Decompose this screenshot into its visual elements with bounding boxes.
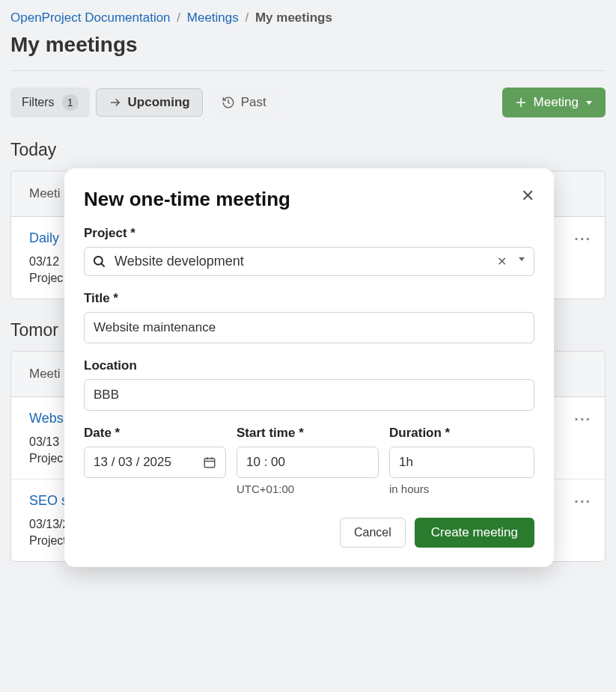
close-icon[interactable]: ✕ (521, 188, 534, 204)
arrow-right-icon (109, 96, 122, 109)
history-icon (222, 96, 235, 109)
project-select[interactable]: Website development ✕ (84, 247, 534, 276)
svg-point-4 (94, 256, 103, 264)
section-title-today: Today (10, 140, 606, 160)
upcoming-label: Upcoming (128, 95, 190, 110)
page-title: My meetings (10, 33, 606, 57)
dialog-title: New one-time meeting (84, 188, 290, 211)
caret-down-icon (585, 98, 594, 107)
project-value: Website development (115, 254, 490, 269)
title-field-label: Title * (84, 291, 534, 306)
svg-rect-7 (204, 459, 215, 468)
upcoming-tab[interactable]: Upcoming (96, 88, 203, 117)
create-meeting-button[interactable]: Create meeting (415, 518, 534, 548)
filters-button[interactable]: Filters 1 (10, 88, 90, 117)
past-label: Past (241, 95, 266, 110)
breadcrumb-current: My meetings (255, 10, 332, 25)
start-time-input[interactable] (237, 447, 379, 478)
breadcrumb-sep: / (177, 10, 180, 25)
breadcrumb-sep: / (245, 10, 248, 25)
meeting-link[interactable]: Daily (29, 230, 59, 246)
item-actions-menu[interactable]: ··· (574, 230, 591, 248)
plus-icon (514, 96, 528, 109)
duration-input[interactable] (389, 447, 534, 478)
cancel-button[interactable]: Cancel (340, 518, 406, 548)
start-time-field-label: Start time * (237, 426, 379, 441)
new-meeting-button[interactable]: Meeting (502, 88, 606, 117)
date-input[interactable]: 13 / 03 / 2025 (84, 447, 226, 478)
duration-hint: in hours (389, 483, 534, 495)
new-meeting-dialog: New one-time meeting ✕ Project * Website… (64, 168, 554, 567)
location-field-label: Location (84, 358, 534, 373)
clear-icon[interactable]: ✕ (497, 254, 507, 269)
title-input[interactable] (84, 312, 534, 343)
item-actions-menu[interactable]: ··· (574, 411, 591, 428)
breadcrumb: OpenProject Documentation / Meetings / M… (10, 10, 606, 25)
past-tab[interactable]: Past (209, 88, 279, 117)
date-value: 13 / 03 / 2025 (94, 455, 171, 470)
breadcrumb-root[interactable]: OpenProject Documentation (10, 10, 171, 25)
search-icon (92, 254, 107, 269)
caret-down-icon[interactable] (517, 254, 526, 269)
date-field-label: Date * (84, 426, 226, 441)
svg-line-5 (102, 263, 105, 266)
svg-marker-3 (586, 101, 592, 105)
filter-row: Filters 1 Upcoming Past Meeting (10, 88, 606, 117)
calendar-icon (203, 456, 216, 469)
breadcrumb-section[interactable]: Meetings (187, 10, 239, 25)
project-field-label: Project * (84, 226, 534, 241)
divider (10, 70, 606, 71)
location-input[interactable] (84, 379, 534, 411)
svg-marker-6 (519, 257, 525, 261)
new-meeting-label: Meeting (534, 95, 579, 110)
start-time-hint: UTC+01:00 (237, 483, 379, 495)
filters-label: Filters (22, 96, 55, 109)
meeting-link[interactable]: Webs (29, 411, 64, 426)
item-actions-menu[interactable]: ··· (574, 493, 591, 510)
duration-field-label: Duration * (389, 426, 534, 441)
filters-count-badge: 1 (62, 94, 79, 111)
